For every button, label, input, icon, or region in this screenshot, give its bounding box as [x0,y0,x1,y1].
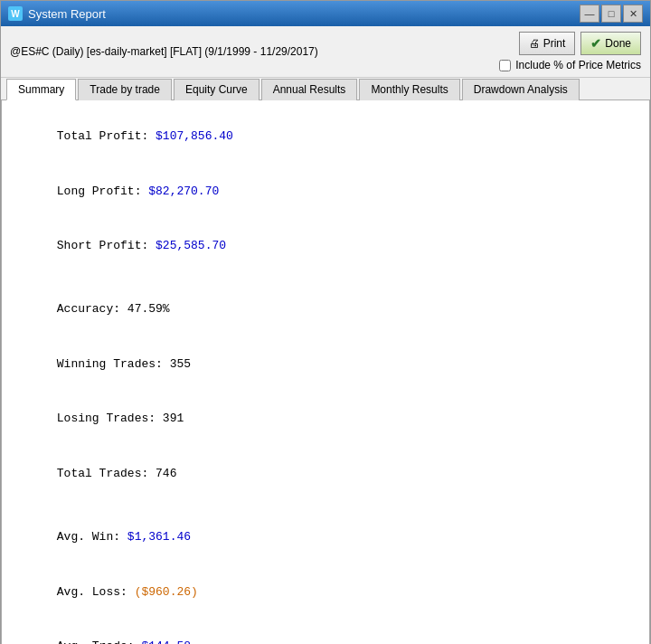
avg-trade-label: Avg. Trade: [57,639,142,644]
app-icon: W [8,6,23,21]
done-button[interactable]: ✔ Done [580,32,641,55]
short-profit-label: Short Profit: [57,239,156,252]
tab-trade-by-trade[interactable]: Trade by trade [78,79,172,100]
accuracy-line: Accuracy: 47.59% [14,282,637,336]
total-profit-value: $107,856.40 [156,129,233,143]
toolbar-buttons: 🖨 Print ✔ Done [519,32,641,55]
toolbar: @ES#C (Daily) [es-daily-market] [FLAT] (… [1,26,650,78]
tab-drawdown-analysis[interactable]: Drawdown Analysis [462,79,580,100]
avg-win-line: Avg. Win: $1,361.46 [14,510,637,564]
losing-trades-value: 391 [163,412,184,425]
maximize-button[interactable]: □ [601,5,621,23]
losing-trades-line: Losing Trades: 391 [14,392,637,446]
avg-loss-line: Avg. Loss: ($960.26) [14,564,637,619]
losing-trades-label: Losing Trades: [57,412,163,425]
done-label: Done [605,37,631,50]
window-title: System Report [28,7,106,21]
avg-trade-line: Avg. Trade: $144.58 [14,620,637,644]
total-profit-line: Total Profit: $107,856.40 [14,109,637,164]
long-profit-label: Long Profit: [57,185,148,198]
avg-trade-value: $144.58 [141,639,191,644]
total-trades-value: 746 [156,467,176,480]
toolbar-right: 🖨 Print ✔ Done Include % of Price Metric… [499,32,641,71]
tab-equity-curve[interactable]: Equity Curve [174,79,259,100]
spacer-1 [14,273,637,282]
main-window: W System Report — □ ✕ @ES#C (Daily) [es-… [0,0,651,644]
short-profit-line: Short Profit: $25,585.70 [14,219,637,273]
minimize-button[interactable]: — [580,5,599,23]
long-profit-value: $82,270.70 [148,185,219,198]
tabs: Summary Trade by trade Equity Curve Annu… [1,78,650,100]
long-profit-line: Long Profit: $82,270.70 [14,164,637,218]
total-trades-line: Total Trades: 746 [14,447,637,501]
avg-loss-label: Avg. Loss: [57,585,135,599]
check-icon: ✔ [590,36,601,51]
print-button[interactable]: 🖨 Print [519,32,576,55]
instrument-label: @ES#C (Daily) [es-daily-market] [FLAT] (… [10,45,318,58]
title-bar: W System Report — □ ✕ [1,1,650,26]
include-price-metrics-label: Include % of Price Metrics [515,59,641,71]
accuracy-value: 47.59% [127,302,170,316]
total-profit-label: Total Profit: [57,129,156,143]
include-price-metrics-row: Include % of Price Metrics [499,59,641,71]
title-bar-left: W System Report [8,6,106,21]
spacer-2 [14,501,637,510]
print-label: Print [543,37,566,50]
printer-icon: 🖨 [529,37,540,50]
include-price-metrics-checkbox[interactable] [499,60,511,71]
tab-annual-results[interactable]: Annual Results [261,79,358,100]
winning-trades-label: Winning Trades: [57,357,170,371]
close-button[interactable]: ✕ [623,5,643,23]
avg-loss-value: ($960.26) [135,585,198,599]
winning-trades-value: 355 [170,357,191,371]
summary-content: Total Profit: $107,856.40 Long Profit: $… [1,100,650,644]
tab-summary[interactable]: Summary [6,79,76,100]
avg-win-label: Avg. Win: [57,530,127,544]
tab-monthly-results[interactable]: Monthly Results [359,79,459,100]
winning-trades-line: Winning Trades: 355 [14,337,637,392]
title-buttons: — □ ✕ [580,5,643,23]
accuracy-label: Accuracy: [57,302,127,316]
avg-win-value: $1,361.46 [127,530,191,544]
total-trades-label: Total Trades: [57,467,156,480]
short-profit-value: $25,585.70 [156,239,226,252]
